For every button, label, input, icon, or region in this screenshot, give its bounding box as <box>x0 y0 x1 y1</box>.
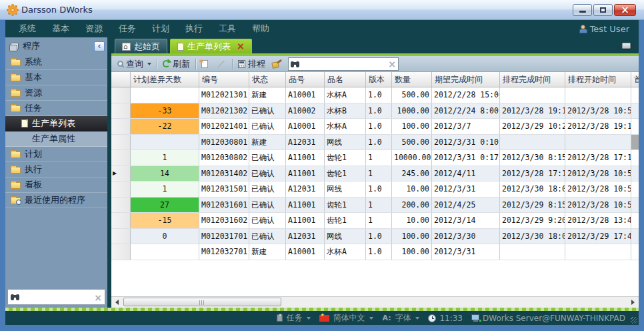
clipboard-icon <box>277 314 283 322</box>
toolbar-button-refresh[interactable]: 刷新 <box>159 57 193 71</box>
sidebar-item-生产单属性[interactable]: 生产单属性 <box>5 131 107 147</box>
grid-cell: 2012/3/28 10:52 <box>565 182 631 197</box>
clock-icon <box>428 314 436 322</box>
horizontal-scrollbar[interactable] <box>111 296 639 308</box>
grid-cell <box>565 135 631 150</box>
column-header-状态[interactable]: 状态 <box>249 72 286 87</box>
flag-icon <box>319 315 329 322</box>
menu-item-资源[interactable]: 资源 <box>77 20 111 37</box>
column-header-编号[interactable]: 编号 <box>199 72 249 87</box>
close-tab-icon[interactable] <box>237 41 245 51</box>
table-row[interactable]: -15M012031602已确认A11001齿轮1110.002012/3/14… <box>111 213 639 229</box>
toolbar-button-new-document[interactable] <box>198 59 211 69</box>
menu-item-基本[interactable]: 基本 <box>44 20 77 37</box>
grid-cell <box>631 244 639 260</box>
binoculars-icon <box>11 294 19 300</box>
grid-cell: 齿轮1 <box>325 150 366 166</box>
sidebar-item-任务[interactable]: 任务 <box>5 101 107 116</box>
sidebar-header: 程序 <box>5 37 107 55</box>
dropdown-caret-icon <box>369 317 373 320</box>
sidebar-item-生产单列表[interactable]: 生产单列表 <box>5 116 107 131</box>
column-header-数量[interactable]: 数量 <box>392 72 432 87</box>
sidebar-item-执行[interactable]: 执行 <box>5 162 107 178</box>
column-header-品名[interactable]: 品名 <box>325 72 366 87</box>
column-header-期望完成时间[interactable]: 期望完成时间 <box>432 72 500 87</box>
table-row[interactable]: M012032701新建A10001水杯A1.0100.002012/3/31 <box>111 244 639 260</box>
row-indicator <box>111 182 131 197</box>
scroll-left-button[interactable] <box>111 298 123 307</box>
grid-cell: M012030802 <box>199 150 249 166</box>
grid-cell: 1 <box>366 150 392 166</box>
table-row[interactable]: -22M012021401已确认A10001水杯A1.0100.002012/3… <box>111 119 639 135</box>
grid-cell <box>631 150 639 166</box>
scroll-right-button[interactable] <box>627 298 639 307</box>
toolbar-button-edit[interactable] <box>211 62 230 65</box>
windows-list-icon[interactable] <box>622 43 631 49</box>
status-item-简体中文[interactable]: 简体中文 <box>319 312 373 324</box>
clear-search-icon[interactable] <box>388 57 396 70</box>
sidebar-item-label: 基本 <box>25 71 42 83</box>
folder-icon <box>11 182 21 189</box>
minimize-button[interactable] <box>573 4 592 16</box>
table-row[interactable]: M012021301新建A10001水杯A1.0500.002012/2/28 … <box>111 87 639 103</box>
sidebar-search-input[interactable] <box>22 292 91 302</box>
grid-cell: 已确认 <box>249 150 286 166</box>
sidebar-item-最近使用的程序[interactable]: 最近使用的程序 <box>5 193 107 208</box>
column-header-首[interactable]: 首 <box>631 72 639 87</box>
grid-cell: 新建 <box>249 135 286 150</box>
toolbar-button-clean[interactable] <box>269 59 285 69</box>
sidebar-item-label: 最近使用的程序 <box>25 194 85 206</box>
right-arrow-icon <box>631 300 635 305</box>
grid-cell: 1.0 <box>366 244 392 260</box>
grid-cell: 网线 <box>325 229 366 244</box>
table-row[interactable]: 1M012030802已确认A11001齿轮1110000.002012/3/3… <box>111 150 639 166</box>
maximize-button[interactable] <box>593 4 613 16</box>
grid-cell: 2012/4/11 <box>432 166 500 182</box>
toolbar-search-input[interactable] <box>301 59 386 69</box>
collapse-sidebar-button[interactable] <box>94 41 105 51</box>
menu-item-帮助[interactable]: 帮助 <box>244 20 277 37</box>
sidebar-item-基本[interactable]: 基本 <box>5 70 107 85</box>
table-row[interactable]: ▶14M012031402已确认A11001齿轮11245.002012/4/1… <box>111 166 639 182</box>
grid-cell <box>631 103 639 119</box>
table-row[interactable]: M012030801新建A12031网线1.0500.002012/3/31 0… <box>111 135 639 151</box>
column-header-版本[interactable]: 版本 <box>366 72 392 87</box>
column-header-计划差异天数[interactable]: 计划差异天数 <box>131 72 199 87</box>
sidebar-item-label: 生产单属性 <box>32 133 75 145</box>
menu-item-系统[interactable]: 系统 <box>11 20 44 37</box>
folder-icon <box>11 167 21 174</box>
grid-cell: 1.0 <box>366 119 392 134</box>
column-header-排程完成时间[interactable]: 排程完成时间 <box>500 72 565 87</box>
table-row[interactable]: 1M012031501已确认A12031网线1.010.002012/3/312… <box>111 182 639 198</box>
table-row[interactable]: -33M012021302已确认A10002水杯B1.01000.002012/… <box>111 103 639 119</box>
sidebar-item-资源[interactable]: 资源 <box>5 85 107 101</box>
sidebar: 程序 系统基本资源任务生产单列表生产单属性计划执行看板最近使用的程序 <box>5 37 107 308</box>
menu-item-执行[interactable]: 执行 <box>177 20 211 37</box>
grid-cell: 已确认 <box>249 103 286 119</box>
column-header-品号[interactable]: 品号 <box>286 72 325 87</box>
tab-起始页[interactable]: 起始页 <box>115 39 167 53</box>
toolbar-button-label: 查询 <box>126 58 143 70</box>
menu-item-任务[interactable]: 任务 <box>111 20 144 37</box>
tab-生产单列表[interactable]: 生产单列表 <box>170 39 252 53</box>
toolbar-button-schedule[interactable]: 排程 <box>235 57 269 71</box>
table-row[interactable]: 27M012031601已确认A11001齿轮11200.002012/4/25… <box>111 198 639 214</box>
sidebar-items: 系统基本资源任务生产单列表生产单属性计划执行看板最近使用的程序 <box>5 55 107 288</box>
scrollbar-thumb[interactable] <box>123 298 281 306</box>
sidebar-item-看板[interactable]: 看板 <box>5 178 107 193</box>
menu-item-工具[interactable]: 工具 <box>211 20 244 37</box>
sidebar-item-系统[interactable]: 系统 <box>5 55 107 70</box>
clear-search-icon[interactable] <box>94 291 102 304</box>
grid-cell: 2012/3/30 18:00 <box>500 182 565 197</box>
status-item-字体[interactable]: 字体 <box>382 312 419 324</box>
user-box[interactable]: Test User <box>579 20 629 37</box>
toolbar-button-query[interactable]: 查询 <box>114 57 155 71</box>
menu-item-计划[interactable]: 计划 <box>144 20 177 37</box>
close-button[interactable] <box>614 4 636 16</box>
column-header-排程开始时间[interactable]: 排程开始时间 <box>565 72 631 87</box>
app-gear-icon <box>8 5 17 15</box>
grid-cell: 已确认 <box>249 119 286 134</box>
sidebar-item-计划[interactable]: 计划 <box>5 147 107 162</box>
status-item-任务[interactable]: 任务 <box>277 312 311 324</box>
table-row[interactable]: 0M012031701已确认A12031网线1.0100.002012/3/30… <box>111 229 639 245</box>
